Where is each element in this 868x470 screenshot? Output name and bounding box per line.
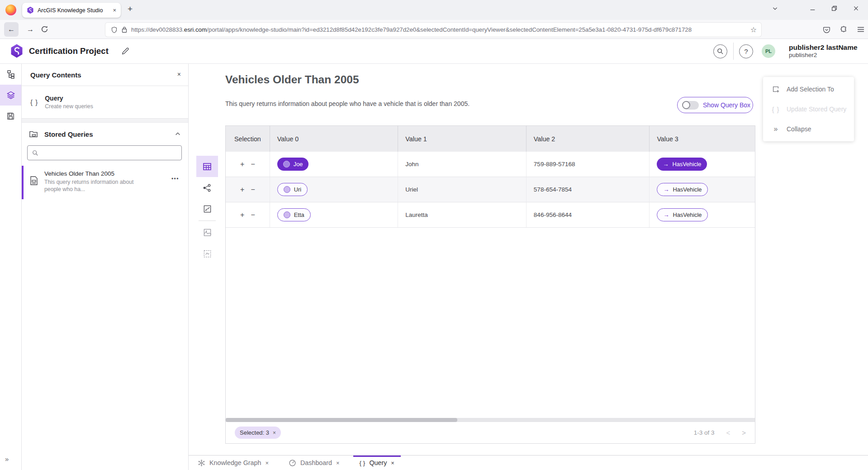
forward-button[interactable]: →: [23, 22, 38, 37]
folder-icon: [29, 130, 38, 138]
toggle-knob[interactable]: [682, 101, 690, 109]
panel-divider: [22, 119, 188, 123]
column-header: Selection: [226, 126, 270, 152]
cell-value: Uriel: [398, 177, 526, 202]
back-button[interactable]: ←: [4, 22, 19, 37]
clear-selection-icon[interactable]: ×: [273, 430, 276, 436]
knowledge-graph-icon: [198, 459, 205, 467]
next-page-icon[interactable]: >: [742, 429, 746, 436]
scrollbar-thumb[interactable]: [226, 418, 457, 422]
tab-dashboard[interactable]: Dashboard ×: [282, 456, 346, 470]
window-close-button[interactable]: [853, 5, 867, 11]
table-row: +− Etta Lauretta 846-956-8644 →HasVehicl…: [226, 202, 755, 228]
entity-pill[interactable]: Etta: [277, 208, 311, 221]
previous-page-icon[interactable]: <: [726, 429, 730, 436]
results-table: Selection Value 0 Value 1 Value 2 Value …: [225, 125, 755, 444]
left-rail: »: [0, 64, 22, 470]
query-item[interactable]: { } Query Create new queries: [22, 86, 188, 119]
relationship-pill[interactable]: →HasVehicle: [657, 158, 707, 171]
link-chart-view-button[interactable]: [196, 177, 218, 198]
cell-value: 578-654-7854: [526, 177, 650, 202]
new-map-view-button[interactable]: [196, 222, 218, 243]
add-to-selection-icon[interactable]: +: [240, 186, 244, 193]
rail-expand-button[interactable]: »: [5, 455, 8, 463]
table-view-button[interactable]: [196, 156, 218, 177]
select-area-view-button[interactable]: [196, 243, 218, 264]
reload-button[interactable]: [41, 25, 48, 33]
selected-count-chip[interactable]: Selected: 3 ×: [235, 427, 281, 439]
lock-icon[interactable]: [122, 26, 127, 33]
tab-query[interactable]: { } Query ×: [353, 456, 401, 470]
stored-query-title: Vehicles Older Than 2005: [44, 170, 134, 177]
toolbar-divider: [199, 221, 216, 221]
table-row: +− Uri Uriel 578-654-7854 →HasVehicle: [226, 177, 755, 202]
search-input[interactable]: [42, 149, 177, 156]
arrow-right-icon: →: [663, 186, 669, 193]
pagination: 1-3 of 3 < >: [694, 429, 746, 436]
tab-close-icon[interactable]: ×: [391, 460, 394, 466]
tab-close-icon[interactable]: ×: [265, 460, 269, 466]
relationship-pill[interactable]: →HasVehicle: [657, 183, 708, 196]
menu-item-collapse[interactable]: » Collapse: [763, 119, 854, 139]
arcgis-favicon-icon: [27, 6, 34, 14]
stored-queries-search[interactable]: [27, 145, 182, 160]
browser-tab-strip: ArcGIS Knowledge Studio × +: [0, 0, 868, 20]
rail-item-save[interactable]: [0, 106, 21, 126]
avatar[interactable]: PL: [762, 44, 775, 58]
pocket-icon[interactable]: [823, 26, 830, 34]
window-restore-button[interactable]: [831, 5, 845, 11]
horizontal-scrollbar[interactable]: [226, 418, 755, 422]
search-icon: [32, 150, 38, 156]
chevron-up-icon[interactable]: [175, 131, 181, 137]
add-to-selection-icon[interactable]: +: [240, 211, 244, 219]
bookmark-star-icon[interactable]: ☆: [750, 25, 757, 34]
toggle-track[interactable]: [683, 101, 699, 110]
browser-tab[interactable]: ArcGIS Knowledge Studio ×: [22, 3, 121, 18]
pagination-label: 1-3 of 3: [694, 429, 715, 436]
stored-queries-header[interactable]: Stored Queries: [22, 125, 188, 144]
add-to-selection-icon[interactable]: +: [240, 161, 244, 168]
help-button[interactable]: ?: [739, 44, 753, 58]
remove-from-selection-icon[interactable]: −: [251, 186, 255, 193]
map-icon: [203, 205, 212, 213]
user-menu[interactable]: publisher2 lastName publisher2: [789, 43, 858, 59]
search-icon: [717, 48, 724, 55]
column-header: Value 3: [650, 126, 755, 152]
arrow-right-icon: →: [663, 161, 669, 168]
entity-pill[interactable]: Uri: [277, 183, 308, 196]
dashed-select-icon: [203, 249, 212, 258]
query-contents-panel: Query Contents × { } Query Create new qu…: [22, 64, 189, 470]
remove-from-selection-icon[interactable]: −: [251, 211, 255, 219]
column-header: Value 0: [270, 126, 398, 152]
stored-query-item[interactable]: Vehicles Older Than 2005 This query retu…: [22, 166, 188, 199]
shield-icon[interactable]: [111, 26, 118, 34]
app-logo-icon: [10, 43, 24, 58]
menu-hamburger-icon[interactable]: [857, 26, 864, 33]
show-query-box-label: Show Query Box: [703, 101, 750, 109]
new-tab-button[interactable]: +: [128, 4, 133, 14]
rail-item-data-model[interactable]: [0, 64, 21, 85]
sitemap-icon: [6, 70, 15, 79]
cell-value: John: [398, 152, 526, 177]
rail-item-contents[interactable]: [0, 85, 21, 106]
edit-pencil-icon[interactable]: [121, 47, 129, 55]
relationship-pill[interactable]: →HasVehicle: [657, 208, 708, 221]
context-menu: Add Selection To { } Update Stored Query…: [763, 77, 854, 141]
tab-knowledge-graph[interactable]: Knowledge Graph ×: [191, 456, 275, 470]
search-button[interactable]: [713, 44, 727, 58]
show-query-box-toggle[interactable]: Show Query Box: [677, 97, 753, 113]
panel-close-icon[interactable]: ×: [177, 71, 181, 78]
window-minimize-button[interactable]: [810, 5, 823, 11]
url-bar[interactable]: https://dev0028833.esri.com/portal/apps/…: [105, 23, 761, 37]
map-view-button[interactable]: [196, 198, 218, 220]
more-options-icon[interactable]: •••: [171, 176, 179, 182]
tab-close-icon[interactable]: ×: [336, 460, 340, 466]
menu-item-add-selection-to[interactable]: Add Selection To: [763, 79, 854, 99]
entity-pill[interactable]: Joe: [277, 158, 309, 171]
tab-close-icon[interactable]: ×: [113, 7, 116, 14]
firefox-icon[interactable]: [5, 5, 16, 15]
browser-navbar: ← → https://dev0028833.esri.com/portal/a…: [0, 20, 868, 39]
remove-from-selection-icon[interactable]: −: [251, 161, 255, 168]
tab-list-chevron-icon[interactable]: [772, 5, 786, 11]
extensions-puzzle-icon[interactable]: [840, 26, 848, 34]
